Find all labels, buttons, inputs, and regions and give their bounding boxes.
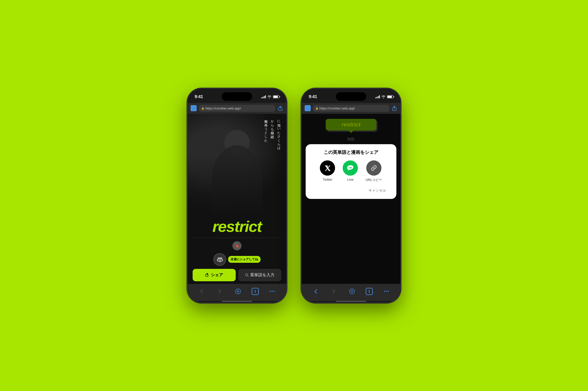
cancel-button[interactable]: キャンセル xyxy=(366,187,389,194)
signal-icon-2 xyxy=(375,95,380,98)
jp-col-3: 間を作ろうとした。 xyxy=(264,118,269,151)
japanese-text-overlay: に気づいたさくらは、 からも踊り続け、 間を作ろうとした。 xyxy=(264,118,282,151)
svg-point-7 xyxy=(270,291,271,292)
dynamic-island-2 xyxy=(336,92,366,101)
browser-share-btn-2[interactable] xyxy=(391,105,397,111)
share-options: Twitter Line xyxy=(311,160,391,182)
bookmark-icon[interactable]: 🔖 xyxy=(232,241,242,250)
url-bar-1[interactable]: 🔒 https://comitan.web.app/ xyxy=(199,105,275,112)
dynamic-island-1 xyxy=(222,92,252,101)
share-option-line[interactable]: Line xyxy=(343,160,358,182)
action-buttons: シェア 英単語を入力 xyxy=(188,267,286,284)
nav-back-1[interactable] xyxy=(197,287,206,296)
lock-icon-1: 🔒 xyxy=(201,107,204,110)
svg-rect-1 xyxy=(206,274,208,276)
share-option-twitter[interactable]: Twitter xyxy=(320,160,335,182)
battery-icon-1 xyxy=(273,95,279,98)
nav-tabs-1[interactable]: 1 xyxy=(252,288,259,295)
share-button-label: シェア xyxy=(211,272,223,278)
browser-nav-2: 1 xyxy=(302,284,400,301)
line-icon-bg xyxy=(343,160,358,176)
share-option-url[interactable]: URLコピー xyxy=(365,160,382,182)
url-copy-icon xyxy=(370,164,378,172)
svg-point-8 xyxy=(272,291,273,292)
nav-forward-1[interactable] xyxy=(215,287,224,296)
phones-container: 9:41 G xyxy=(188,89,400,303)
nav-back-2[interactable] xyxy=(311,287,320,296)
phone-2: 9:41 G xyxy=(302,89,400,303)
lock-icon-2: 🔒 xyxy=(315,107,318,110)
phone-1: 9:41 G xyxy=(188,89,286,303)
svg-point-14 xyxy=(384,291,385,292)
status-time-1: 9:41 xyxy=(195,94,203,99)
word-display: restrict xyxy=(188,216,286,236)
phone2-content-area: restrict 制限 While filming a TikTok with … xyxy=(302,114,400,284)
mascot-area: 🦝 友達にシェアしてね xyxy=(188,252,286,267)
share-modal-overlay: この英単語と漫画をシェア Twitter xyxy=(302,114,400,284)
share-button[interactable]: シェア xyxy=(193,269,236,281)
twitter-label: Twitter xyxy=(323,178,332,181)
browser-nav-1: 1 xyxy=(188,284,286,301)
svg-point-9 xyxy=(274,291,275,292)
share-modal-title: この英単語と漫画をシェア xyxy=(311,149,391,155)
line-icon xyxy=(346,163,355,173)
url-text-1: https://comitan.web.app/ xyxy=(205,106,241,110)
bookmark-area: 🔖 xyxy=(188,240,286,252)
svg-line-3 xyxy=(248,276,249,277)
main-word: restrict xyxy=(193,219,281,234)
status-icons-2 xyxy=(375,95,393,98)
home-indicator-2 xyxy=(302,301,400,303)
phone1-content: に気づいたさくらは、 からも踊り続け、 間を作ろうとした。 restrict 🔖… xyxy=(188,114,286,284)
word-divider xyxy=(193,238,281,238)
nav-add-1[interactable] xyxy=(233,287,243,296)
search-button-label: 英単語を入力 xyxy=(250,272,274,278)
nav-more-1[interactable] xyxy=(268,287,277,296)
line-label: Line xyxy=(347,178,354,181)
jp-col-1: に気づいたさくらは、 xyxy=(277,118,282,151)
twitter-icon-bg xyxy=(320,160,335,176)
share-icon xyxy=(205,273,209,277)
nav-add-2[interactable] xyxy=(347,287,357,296)
svg-point-16 xyxy=(388,291,389,292)
jp-col-2: からも踊り続け、 xyxy=(270,118,275,151)
mascot-icon: 🦝 xyxy=(213,253,226,266)
home-indicator-1 xyxy=(188,301,286,303)
twitter-x-icon xyxy=(323,164,332,172)
search-button[interactable]: 英単語を入力 xyxy=(238,269,281,281)
nav-more-2[interactable] xyxy=(382,287,391,296)
battery-icon-2 xyxy=(387,95,393,98)
status-icons-1 xyxy=(261,95,279,98)
manga-area: に気づいたさくらは、 からも踊り続け、 間を作ろうとした。 xyxy=(188,114,286,216)
url-icon-bg xyxy=(366,160,381,176)
browser-g-icon-2: G xyxy=(305,105,311,111)
url-bar-2[interactable]: 🔒 https://comitan.web.app/ xyxy=(313,105,389,112)
search-icon xyxy=(245,273,249,277)
share-bubble: 友達にシェアしてね xyxy=(228,256,261,263)
nav-tabs-2[interactable]: 1 xyxy=(366,288,373,295)
url-text-2: https://comitan.web.app/ xyxy=(319,106,355,110)
browser-bar-2[interactable]: G 🔒 https://comitan.web.app/ xyxy=(302,103,400,114)
cancel-row: キャンセル xyxy=(311,187,391,194)
browser-bar-1[interactable]: G 🔒 https://comitan.web.app/ xyxy=(188,103,286,114)
signal-icon-1 xyxy=(261,95,266,98)
browser-g-icon-1: G xyxy=(191,105,197,111)
wifi-icon-2 xyxy=(381,95,385,98)
wifi-icon-1 xyxy=(267,95,271,98)
browser-share-btn-1[interactable] xyxy=(277,105,283,111)
nav-forward-2[interactable] xyxy=(329,287,338,296)
url-copy-label: URLコピー xyxy=(365,178,382,182)
status-time-2: 9:41 xyxy=(309,94,317,99)
svg-point-15 xyxy=(386,291,387,292)
share-modal: この英単語と漫画をシェア Twitter xyxy=(306,144,396,199)
